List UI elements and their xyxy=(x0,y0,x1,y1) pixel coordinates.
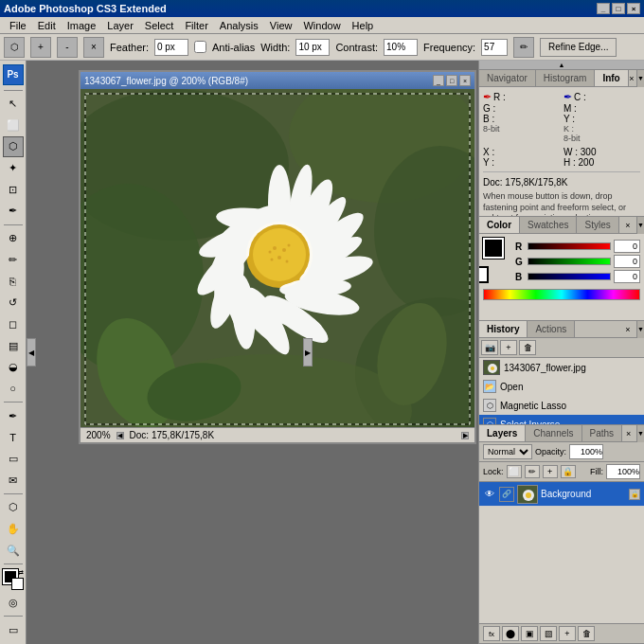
menu-image[interactable]: Image xyxy=(62,20,102,31)
doc-close-btn[interactable]: × xyxy=(459,75,471,86)
lock-all-btn[interactable]: 🔒 xyxy=(561,465,576,478)
layer-item-background[interactable]: 👁 🔗 Background 🔒 xyxy=(479,482,644,507)
hand-tool[interactable]: ✋ xyxy=(3,519,24,540)
color-panel-menu[interactable]: ▼ xyxy=(636,217,644,234)
healing-tool[interactable]: ⊕ xyxy=(3,228,24,249)
background-swatch[interactable] xyxy=(479,266,489,283)
b-slider-input[interactable] xyxy=(614,270,640,283)
menu-edit[interactable]: Edit xyxy=(32,20,62,31)
menu-analysis[interactable]: Analysis xyxy=(214,20,264,31)
fill-input[interactable] xyxy=(606,464,640,479)
panels-collapse-bar[interactable]: ▲ xyxy=(479,61,644,70)
swap-colors-icon[interactable]: ⇄ xyxy=(18,569,24,577)
info-panel-close[interactable]: × xyxy=(629,72,635,85)
info-panel-menu[interactable]: ▼ xyxy=(636,70,644,87)
crop-tool[interactable]: ⊡ xyxy=(3,179,24,200)
antialias-checkbox[interactable] xyxy=(194,41,206,53)
brush-tool[interactable]: ✏ xyxy=(3,249,24,270)
move-tool[interactable]: ↖ xyxy=(3,94,24,115)
tab-paths[interactable]: Paths xyxy=(582,425,623,441)
layer-mask-btn[interactable]: ⬤ xyxy=(502,626,519,641)
g-slider-track[interactable] xyxy=(528,258,611,265)
tab-info[interactable]: Info xyxy=(595,70,628,86)
doc-minimize-btn[interactable]: _ xyxy=(433,75,444,86)
history-item-lasso[interactable]: ⬡ Magnetic Lasso xyxy=(479,396,644,415)
document-canvas[interactable] xyxy=(80,89,474,427)
history-panel-close[interactable]: × xyxy=(621,323,635,336)
g-slider-input[interactable] xyxy=(614,255,640,268)
foreground-swatch[interactable] xyxy=(483,238,504,259)
color-panel-close[interactable]: × xyxy=(621,219,635,232)
eraser-tool[interactable]: ◻ xyxy=(3,314,24,335)
background-color[interactable] xyxy=(11,578,24,590)
lock-pixels-btn[interactable]: ✏ xyxy=(525,465,540,478)
lock-transparent-btn[interactable]: ⬜ xyxy=(507,465,522,478)
tab-channels[interactable]: Channels xyxy=(526,425,581,441)
new-snapshot-btn[interactable]: 📷 xyxy=(481,340,498,355)
color-spectrum-bar[interactable] xyxy=(483,289,640,300)
history-item-open[interactable]: 📂 Open xyxy=(479,377,644,396)
menu-window[interactable]: Window xyxy=(297,20,346,31)
close-button[interactable]: × xyxy=(627,3,640,14)
history-brush-tool[interactable]: ↺ xyxy=(3,293,24,313)
frequency-input[interactable] xyxy=(481,39,508,56)
stamp-tool[interactable]: ⎘ xyxy=(3,271,24,292)
left-collapse-arrow[interactable]: ◀ xyxy=(27,338,36,367)
menu-select[interactable]: Select xyxy=(139,20,180,31)
history-item-select-inverse[interactable]: ⬡ Select Inverse xyxy=(479,415,644,425)
scroll-right[interactable]: ▶ xyxy=(461,432,469,439)
tab-styles[interactable]: Styles xyxy=(577,217,618,233)
eyedropper-tool[interactable]: ✒ xyxy=(3,201,24,222)
zoom-tool[interactable]: 🔍 xyxy=(3,540,24,561)
layer-visibility-eye[interactable]: 👁 xyxy=(483,488,496,501)
history-item-snapshot[interactable]: 1343067_flower.jpg xyxy=(479,358,644,377)
tab-swatches[interactable]: Swatches xyxy=(520,217,577,233)
width-input[interactable] xyxy=(295,39,330,56)
feather-input[interactable] xyxy=(154,39,188,56)
menu-view[interactable]: View xyxy=(264,20,298,31)
minimize-button[interactable]: _ xyxy=(597,3,610,14)
layers-panel-menu[interactable]: ▼ xyxy=(636,425,644,442)
tab-color[interactable]: Color xyxy=(479,217,520,233)
quick-mask-btn[interactable]: ◎ xyxy=(3,593,24,614)
dodge-tool[interactable]: ○ xyxy=(3,379,24,400)
gradient-tool[interactable]: ▤ xyxy=(3,335,24,356)
delete-history-btn[interactable]: 🗑 xyxy=(519,340,536,355)
tab-histogram[interactable]: Histogram xyxy=(536,70,596,86)
tool-mode-1[interactable]: + xyxy=(30,37,51,58)
refine-edge-button[interactable]: Refine Edge... xyxy=(540,38,617,57)
right-collapse-arrow[interactable]: ▶ xyxy=(303,338,313,367)
pen-tool[interactable]: ✒ xyxy=(3,405,24,426)
layer-adjustment-btn[interactable]: ▣ xyxy=(521,626,538,641)
stylus-icon[interactable]: ✏ xyxy=(513,37,534,58)
menu-help[interactable]: Help xyxy=(347,20,380,31)
lock-position-btn[interactable]: + xyxy=(543,465,558,478)
delete-layer-btn[interactable]: 🗑 xyxy=(578,626,595,641)
r-slider-track[interactable] xyxy=(528,242,611,250)
history-panel-menu[interactable]: ▼ xyxy=(636,321,644,338)
color-fg-bg[interactable] xyxy=(483,238,511,264)
magic-wand-tool[interactable]: ✦ xyxy=(3,158,24,179)
lasso-tool[interactable]: ⬡ xyxy=(3,136,24,157)
new-layer-btn[interactable]: + xyxy=(559,626,576,641)
tab-history[interactable]: History xyxy=(479,321,528,337)
layer-fx-btn[interactable]: fx xyxy=(483,626,500,641)
tool-mode-3[interactable]: × xyxy=(83,37,104,58)
contrast-input[interactable] xyxy=(384,39,418,56)
blend-mode-select[interactable]: Normal xyxy=(483,444,532,459)
scroll-left[interactable]: ◀ xyxy=(116,432,124,439)
blur-tool[interactable]: ◒ xyxy=(3,357,24,378)
screen-mode-btn[interactable]: ▭ xyxy=(3,619,24,640)
doc-maximize-btn[interactable]: □ xyxy=(446,75,457,86)
maximize-button[interactable]: □ xyxy=(612,3,625,14)
shape-tool[interactable]: ▭ xyxy=(3,449,24,470)
window-controls[interactable]: _ □ × xyxy=(597,3,640,14)
menu-file[interactable]: File xyxy=(4,20,32,31)
tab-layers[interactable]: Layers xyxy=(479,425,526,441)
r-slider-input[interactable] xyxy=(614,240,640,253)
color-swatches[interactable]: ⇄ xyxy=(3,569,24,590)
menu-layer[interactable]: Layer xyxy=(101,20,139,31)
menu-filter[interactable]: Filter xyxy=(179,20,213,31)
rect-select-tool[interactable]: ⬜ xyxy=(3,115,24,135)
type-tool[interactable]: T xyxy=(3,427,24,448)
